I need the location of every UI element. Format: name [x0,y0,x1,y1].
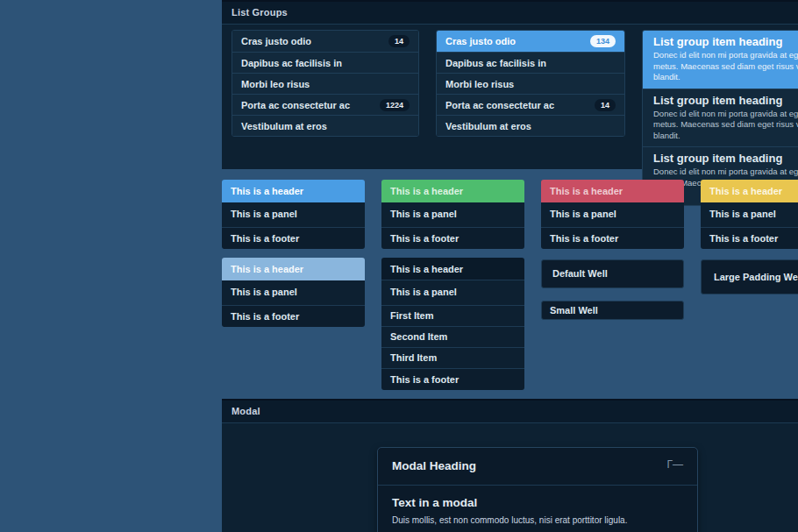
list-item-text: Donec id elit non mi porta gravida at eg… [653,109,798,142]
item-badge: 1224 [380,99,410,111]
list-item-label: Vestibulum at eros [445,121,531,131]
item-badge: 14 [595,99,616,111]
panel-with-list: This is a header This is a panel First I… [381,258,524,390]
panel-info: This is a header This is a panel This is… [222,258,365,327]
list-item-text: Donec id elit non mi porta gravida at eg… [653,50,798,83]
panel-body: This is a panel [222,202,365,227]
panels-grid: This is a header This is a panel This is… [222,180,798,390]
modal-section-title: Modal [222,401,798,423]
panel-footer: This is a footer [381,368,524,390]
panel-header: This is a header [222,180,365,202]
well-large-column: Large Padding Well [701,258,798,294]
panel-list-item[interactable]: Third Item [381,347,524,368]
list-groups-section: List Groups Cras justo odio 14 Dapibus a… [222,0,798,169]
list-item-label: Cras justo odio [445,36,516,46]
modal-header: Modal Heading Γ— [378,448,697,486]
panel-footer: This is a footer [701,227,798,249]
modal-body: Text in a modal Duis mollis, est non com… [378,486,697,532]
list-item-label: Dapibus ac facilisis in [241,58,342,68]
list-item-heading: List group item heading [653,94,798,108]
list-item-active[interactable]: List group item heading Donec id elit no… [643,31,798,89]
list-item[interactable]: Morbi leo risus [437,73,624,94]
list-item-label: Porta ac consectetur ac [241,100,350,110]
panel-warning: This is a header This is a panel This is… [701,180,798,249]
list-item[interactable]: List group item heading Donec id elit no… [643,89,798,147]
list-group-active: Cras justo odio 134 Dapibus ac facilisis… [436,30,625,137]
panel-header: This is a header [541,180,684,202]
item-badge: 14 [388,35,410,47]
list-group-badges: Cras justo odio 14 Dapibus ac facilisis … [232,30,419,137]
list-item-label: Morbi leo risus [445,79,514,89]
panel-footer: This is a footer [381,227,524,249]
panel-header: This is a header [701,180,798,202]
panel-danger: This is a header This is a panel This is… [541,180,684,249]
panel-list-item[interactable]: Second Item [381,326,524,347]
modal-dialog: Modal Heading Γ— Text in a modal Duis mo… [377,447,698,532]
list-item-label: Porta ac consectetur ac [445,100,554,110]
panel-body: This is a panel [222,280,365,305]
panel-header: This is a header [381,180,524,202]
panel-success: This is a header This is a panel This is… [381,180,524,249]
list-item[interactable]: Cras justo odio 14 [232,31,418,52]
wells-column: Default Well Small Well [541,258,684,320]
list-item-label: Dapibus ac facilisis in [445,58,546,68]
panel-list-item[interactable]: First Item [381,305,524,326]
modal-text-body: Duis mollis, est non commodo luctus, nis… [392,515,683,526]
modal-text-heading: Text in a modal [392,496,683,510]
modal-section-body: Modal Heading Γ— Text in a modal Duis mo… [222,447,798,532]
list-item[interactable]: Porta ac consectetur ac 14 [437,94,624,115]
list-item-label: Morbi leo risus [241,79,310,89]
list-item[interactable]: Dapibus ac facilisis in [437,52,624,73]
list-item[interactable]: Vestibulum at eros [437,115,624,136]
panel-primary: This is a header This is a panel This is… [222,180,365,249]
list-item[interactable]: Dapibus ac facilisis in [232,52,418,73]
list-item-active[interactable]: Cras justo odio 134 [437,31,624,52]
well-small: Small Well [541,301,684,320]
list-item[interactable]: Vestibulum at eros [232,115,418,136]
list-item-heading: List group item heading [653,152,798,166]
well-default: Default Well [541,259,684,288]
modal-close-icon[interactable]: Γ— [666,459,683,470]
item-badge: 134 [590,35,616,47]
panel-footer: This is a footer [222,227,365,249]
panel-body: This is a panel [701,202,798,227]
panel-body: This is a panel [381,202,524,227]
panel-body: This is a panel [381,280,524,305]
well-large: Large Padding Well [701,259,798,294]
modal-section: Modal Modal Heading Γ— Text in a modal D… [222,399,798,532]
panel-body: This is a panel [541,202,684,227]
list-item-label: Cras justo odio [241,36,311,46]
list-item-heading: List group item heading [653,35,798,49]
modal-heading: Modal Heading [392,459,476,472]
panel-footer: This is a footer [541,227,684,249]
panel-header: This is a header [381,258,524,280]
list-item[interactable]: Morbi leo risus [232,73,418,94]
panel-header: This is a header [222,258,365,280]
list-groups-section-title: List Groups [222,2,798,25]
panel-footer: This is a footer [222,305,365,327]
list-item-label: Vestibulum at eros [241,121,327,131]
list-item[interactable]: Porta ac consectetur ac 1224 [232,94,418,115]
